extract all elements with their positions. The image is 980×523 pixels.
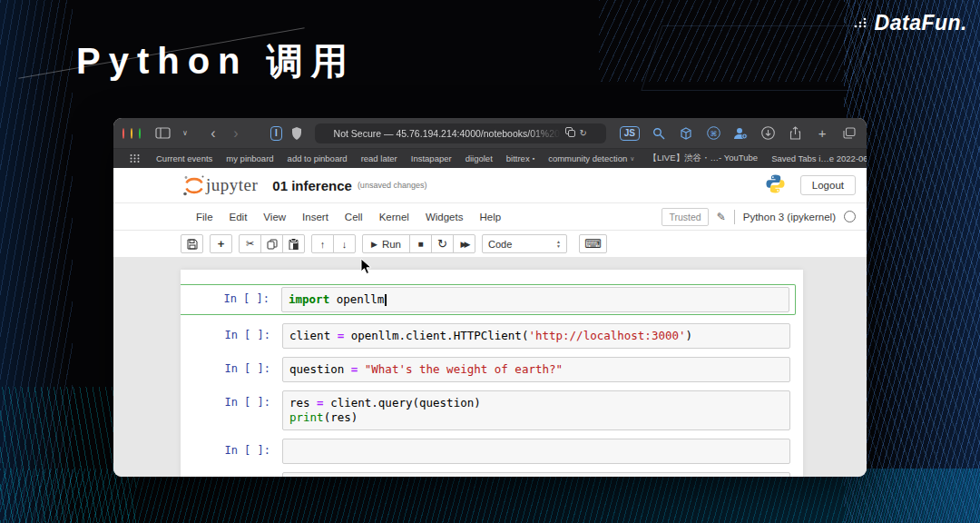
command-palette-button[interactable]: ⌨ [579,234,607,253]
share-icon[interactable] [787,124,803,143]
chevron-down-icon: ∨ [630,155,634,163]
cell-editor[interactable]: question = "What's the weight of earth?" [282,357,790,382]
trusted-button[interactable]: Trusted [662,208,708,226]
menu-item-kernel[interactable]: Kernel [371,212,417,222]
cell-prompt: In [ ]: [181,472,282,477]
notebook-cell[interactable]: In [ ]: [181,472,790,477]
instapaper-extension-icon[interactable]: I [270,126,282,141]
menu-item-insert[interactable]: Insert [294,212,337,222]
bookmarks-grid-icon[interactable] [126,150,142,168]
text-cursor [385,294,387,306]
search-extension-icon[interactable] [651,124,667,143]
address-bar[interactable]: Not Secure — 45.76.194.214:4000/notebook… [315,123,606,143]
sidebar-chevron-icon[interactable]: ∨ [177,124,193,143]
menu-item-widgets[interactable]: Widgets [417,212,472,222]
logout-button[interactable]: Logout [800,175,856,195]
jupyter-brand-text: jupyter [206,175,258,195]
bookmark-item[interactable]: read later [361,153,397,164]
command-extension-icon[interactable]: ⌘ [705,124,721,143]
notebook-cells: In [ ]:import openllmIn [ ]:client = ope… [181,270,803,477]
cell-type-select[interactable]: Code ▲▼ [482,234,567,253]
reload-icon[interactable]: ↻ [580,128,587,138]
bookmark-item[interactable]: bittrex▪ [506,153,534,164]
notebook-cell[interactable]: In [ ]:question = "What's the weight of … [181,357,790,382]
forward-icon: › [228,124,244,143]
notebook-toolbar: + ✂ ↑ ↓ [113,231,867,257]
save-button[interactable] [181,234,203,253]
notebook-cell[interactable]: In [ ]: [181,439,790,464]
profile-add-icon[interactable] [732,124,749,143]
select-arrows-icon: ▲▼ [556,240,561,248]
bookmark-item[interactable]: 【LIVE】渋谷・…- YouTube [648,153,758,164]
checkpoint-status: (unsaved changes) [358,181,427,190]
datafun-logo-text: DataFun. [875,11,967,35]
js-extension-icon[interactable]: JS [620,126,640,141]
menu-bar: FileEditViewInsertCellKernelWidgetsHelp … [113,203,867,231]
cell-prompt: In [ ]: [181,357,282,375]
close-window-button[interactable] [122,128,124,139]
jupyter-logo[interactable] [182,174,206,197]
bookmark-item[interactable]: Instapaper [411,153,452,164]
cube-extension-icon[interactable] [678,124,694,143]
move-cell-down-button[interactable]: ↓ [333,234,356,253]
copy-cell-button[interactable] [260,234,283,253]
run-cell-button[interactable]: ▶ Run [362,234,410,253]
kernel-name: Python 3 (ipykernel) [743,212,836,222]
background-circuit-topright [599,0,871,82]
bookmark-item[interactable]: Current events [156,153,212,164]
notebook-title[interactable]: 01 inference [272,178,352,193]
paste-cell-button[interactable] [282,234,305,253]
run-icon: ▶ [371,240,377,249]
kernel-idle-indicator [844,211,856,222]
interrupt-kernel-button[interactable]: ■ [409,234,432,253]
notebook-body: In [ ]:import openllmIn [ ]:client = ope… [113,257,867,477]
pencil-icon: ✎ [717,211,726,223]
restart-kernel-button[interactable]: ↻ [431,234,454,253]
notebook-cell[interactable]: In [ ]:import openllm [181,284,796,315]
mouse-cursor [360,258,372,279]
notebook-cell[interactable]: In [ ]:client = openllm.client.HTTPClien… [181,323,790,349]
browser-extension-icons: JS ⌘ [620,124,858,143]
slide-background: DataFun. Python 调用 ∨ ‹ › I [0,0,980,523]
cell-editor[interactable] [282,472,790,477]
address-text: Not Secure — 45.76.194.214:4000/notebook… [334,128,561,139]
bookmark-item[interactable]: Saved Tabs i…e 2022-06-19∨ [771,153,867,164]
shield-icon[interactable] [289,124,305,143]
sidebar-icon[interactable] [154,124,171,143]
cut-cell-button[interactable]: ✂ [239,234,261,253]
cell-type-value: Code [488,239,512,250]
background-frame [641,25,872,91]
cell-editor[interactable]: import openllm [281,287,789,312]
bookmark-item[interactable]: community detection∨ [548,153,634,164]
bookmark-marker-icon: ▪ [533,155,534,162]
menu-item-file[interactable]: File [188,212,221,222]
notebook-cell[interactable]: In [ ]:res = client.query(question)print… [181,390,790,430]
back-icon[interactable]: ‹ [205,124,221,143]
bookmarks-bar: Current eventsmy pinboardadd to pinboard… [113,148,867,168]
tab-overview-icon[interactable] [841,124,858,143]
menu-item-help[interactable]: Help [471,212,509,222]
downloads-icon[interactable] [760,124,776,143]
browser-window: ∨ ‹ › I Not Secure — 45.76.194.214:4000/… [113,118,867,477]
zoom-window-button[interactable] [139,128,141,139]
restart-run-all-button[interactable]: ▶▶ [453,234,475,253]
cell-editor[interactable]: res = client.query(question)print(res) [282,390,790,430]
menu-item-edit[interactable]: Edit [221,212,256,222]
new-tab-icon[interactable]: + [814,124,830,143]
translate-icon[interactable] [565,127,575,139]
jupyter-header: jupyter 01 inference (unsaved changes) L… [113,168,867,203]
move-cell-up-button[interactable]: ↑ [311,234,334,253]
bookmark-item[interactable]: add to pinboard [288,153,348,164]
browser-toolbar: ∨ ‹ › I Not Secure — 45.76.194.214:4000/… [113,118,867,148]
bookmark-item[interactable]: my pinboard [226,153,273,164]
minimize-window-button[interactable] [131,128,132,139]
bookmark-item[interactable]: diigolet [466,153,493,164]
bookmarks-list: Current eventsmy pinboardadd to pinboard… [156,153,867,164]
cell-editor[interactable] [282,439,790,464]
cell-prompt: In [ ]: [181,390,282,409]
menu-item-view[interactable]: View [255,212,294,222]
cell-editor[interactable]: client = openllm.client.HTTPClient('http… [282,323,790,349]
menu-item-cell[interactable]: Cell [337,212,371,222]
divider [734,210,735,224]
add-cell-button[interactable]: + [210,234,232,253]
